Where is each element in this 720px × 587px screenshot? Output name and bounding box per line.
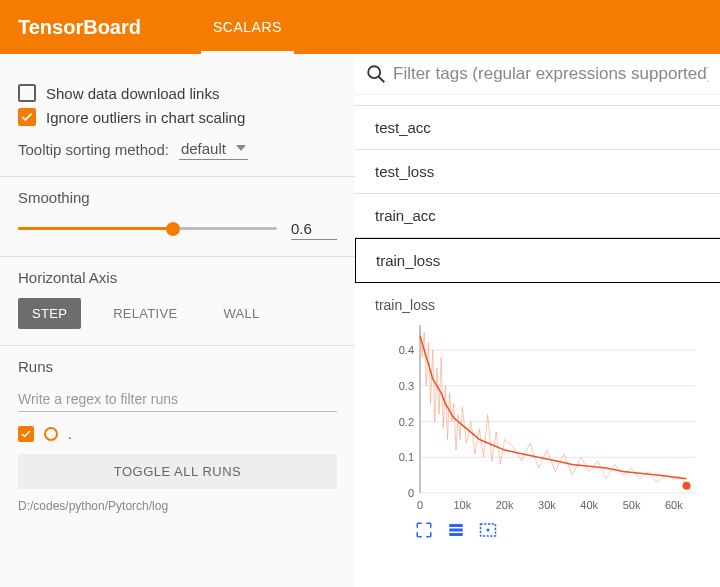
svg-text:30k: 30k bbox=[538, 499, 556, 511]
haxis-wall-button[interactable]: WALL bbox=[209, 298, 273, 329]
smoothing-title: Smoothing bbox=[18, 189, 337, 206]
svg-text:0: 0 bbox=[408, 487, 414, 499]
ignore-outliers-row: Ignore outliers in chart scaling bbox=[18, 108, 337, 126]
app-header: TensorBoard SCALARS bbox=[0, 0, 720, 54]
train-loss-chart[interactable]: 00.10.20.30.4010k20k30k40k50k60k bbox=[375, 321, 700, 513]
chart-title: train_loss bbox=[375, 297, 714, 313]
tab-scalars[interactable]: SCALARS bbox=[201, 1, 294, 54]
tooltip-sort-select[interactable]: default bbox=[179, 138, 248, 160]
smoothing-section: Smoothing bbox=[0, 177, 355, 257]
smoothing-slider[interactable] bbox=[18, 227, 277, 231]
chart-toolbar bbox=[415, 521, 714, 539]
tag-filter-row bbox=[355, 54, 720, 95]
tag-train-acc[interactable]: train_acc bbox=[355, 194, 720, 238]
svg-rect-21 bbox=[449, 524, 463, 527]
toggle-all-runs-button[interactable]: TOGGLE ALL RUNS bbox=[18, 454, 337, 489]
ignore-outliers-checkbox[interactable] bbox=[18, 108, 36, 126]
runs-path: D:/codes/python/Pytorch/log bbox=[18, 499, 337, 513]
horizontal-axis-section: Horizontal Axis STEP RELATIVE WALL bbox=[0, 257, 355, 346]
run-item: . bbox=[18, 426, 337, 442]
svg-text:0.2: 0.2 bbox=[399, 416, 414, 428]
expand-icon[interactable] bbox=[415, 521, 433, 539]
svg-text:20k: 20k bbox=[496, 499, 514, 511]
svg-point-0 bbox=[368, 66, 380, 78]
app-title: TensorBoard bbox=[18, 16, 141, 39]
runs-filter-input[interactable] bbox=[18, 387, 337, 412]
run-checkbox[interactable] bbox=[18, 426, 34, 442]
smoothing-slider-thumb[interactable] bbox=[166, 222, 180, 236]
show-download-checkbox[interactable] bbox=[18, 84, 36, 102]
tag-list: test_acc test_loss train_acc train_loss bbox=[355, 95, 720, 283]
show-download-label: Show data download links bbox=[46, 85, 219, 102]
tooltip-sort-row: Tooltip sorting method: default bbox=[18, 138, 337, 160]
chart-container: train_loss 00.10.20.30.4010k20k30k40k50k… bbox=[355, 283, 720, 539]
app-body: Show data download links Ignore outliers… bbox=[0, 54, 720, 587]
smoothing-value-input[interactable] bbox=[291, 218, 337, 240]
main-panel: test_acc test_loss train_acc train_loss … bbox=[355, 54, 720, 587]
tooltip-sort-label: Tooltip sorting method: bbox=[18, 141, 169, 158]
tag-train-loss[interactable]: train_loss bbox=[355, 238, 720, 283]
svg-text:50k: 50k bbox=[623, 499, 641, 511]
svg-rect-22 bbox=[449, 529, 463, 532]
svg-text:0.1: 0.1 bbox=[399, 451, 414, 463]
show-download-row: Show data download links bbox=[18, 84, 337, 102]
svg-text:0.4: 0.4 bbox=[399, 344, 414, 356]
svg-line-1 bbox=[379, 77, 385, 83]
runs-title: Runs bbox=[18, 358, 337, 375]
tag-filter-input[interactable] bbox=[393, 64, 708, 84]
tag-test-acc[interactable]: test_acc bbox=[355, 105, 720, 150]
tag-test-loss[interactable]: test_loss bbox=[355, 150, 720, 194]
runs-section: Runs . TOGGLE ALL RUNS D:/codes/python/P… bbox=[0, 346, 355, 529]
svg-text:10k: 10k bbox=[453, 499, 471, 511]
svg-text:60k: 60k bbox=[665, 499, 683, 511]
options-section: Show data download links Ignore outliers… bbox=[0, 66, 355, 177]
haxis-step-button[interactable]: STEP bbox=[18, 298, 81, 329]
svg-point-20 bbox=[683, 482, 691, 490]
fit-domain-icon[interactable] bbox=[479, 521, 497, 539]
sidebar: Show data download links Ignore outliers… bbox=[0, 54, 355, 587]
search-icon bbox=[365, 63, 387, 85]
ignore-outliers-label: Ignore outliers in chart scaling bbox=[46, 109, 245, 126]
log-axis-icon[interactable] bbox=[447, 521, 465, 539]
haxis-buttons: STEP RELATIVE WALL bbox=[18, 298, 337, 329]
smoothing-slider-row bbox=[18, 218, 337, 240]
svg-rect-23 bbox=[449, 533, 463, 536]
haxis-relative-button[interactable]: RELATIVE bbox=[99, 298, 191, 329]
svg-point-25 bbox=[487, 529, 490, 532]
run-name: . bbox=[68, 426, 72, 442]
haxis-title: Horizontal Axis bbox=[18, 269, 337, 286]
svg-text:0: 0 bbox=[417, 499, 423, 511]
svg-text:40k: 40k bbox=[580, 499, 598, 511]
svg-text:0.3: 0.3 bbox=[399, 380, 414, 392]
run-radio[interactable] bbox=[44, 427, 58, 441]
